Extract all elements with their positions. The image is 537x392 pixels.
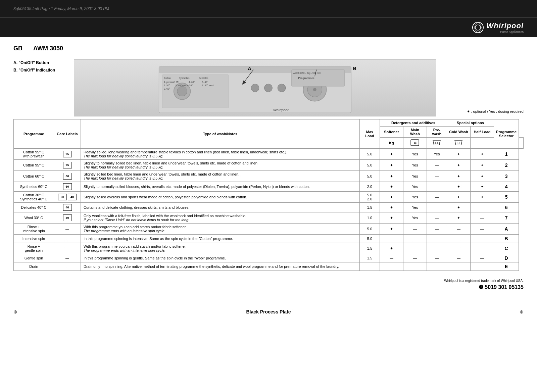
- programme-cell: Intensive spin: [14, 235, 54, 243]
- max-load-cell: 1.5: [359, 243, 380, 254]
- svg-text:1. prewash 95°: 1. prewash 95°: [164, 81, 179, 84]
- svg-text:AWM 3050 - 5kg - 500 rpm: AWM 3050 - 5kg - 500 rpm: [293, 72, 321, 75]
- prewash-cell: —: [427, 182, 447, 192]
- programme-cell: Cotton 95° C: [14, 160, 54, 171]
- softener-cell: ✦: [380, 224, 403, 235]
- svg-rect-4: [162, 75, 229, 108]
- half-load-cell: —: [470, 203, 494, 212]
- max-load-cell: 1.5: [359, 254, 380, 262]
- max-load-cell: 2.0: [359, 182, 380, 192]
- model-label: AWM 3050: [33, 45, 63, 52]
- th-max-load: Max Load: [359, 119, 380, 149]
- programme-selector-cell: 7: [494, 212, 519, 224]
- max-load-cell: 5.0: [359, 224, 380, 235]
- th-softener: Softener: [380, 127, 403, 138]
- table-row: Rinse +intensive spin—With this programm…: [14, 224, 524, 235]
- programme-selector-cell: 2: [494, 160, 519, 171]
- notes-cell: Slightly to normally soiled blouses, shi…: [81, 182, 360, 192]
- care-label-cell: —: [54, 235, 81, 243]
- region-label: GB: [13, 45, 22, 52]
- cold-wash-cell: —: [447, 243, 470, 254]
- cold-wash-cell: —: [447, 254, 470, 262]
- programme-cell: Delicates 40° C: [14, 203, 54, 212]
- care-label-cell: 40: [54, 203, 81, 212]
- half-load-cell: ✦: [470, 149, 494, 160]
- programme-selector-cell: 4: [494, 182, 519, 192]
- table-row: Rinse +gentle spin—With this programme y…: [14, 243, 524, 254]
- max-load-cell: 5.0: [359, 160, 380, 171]
- half-load-cell: —: [470, 235, 494, 243]
- prewash-cell: —: [427, 254, 447, 262]
- care-label-icon: 30: [63, 214, 72, 221]
- softener-cell: —: [380, 262, 403, 271]
- softener-cell: ✦: [380, 212, 403, 224]
- optional-note-container: ✦ : optional / Yes : dosing required: [450, 59, 524, 116]
- main-wash-cell: Yes: [403, 149, 427, 160]
- cold-wash-cell: —: [447, 235, 470, 243]
- th-softener-icon: ⊛: [403, 138, 427, 149]
- main-wash-cell: Yes: [403, 171, 427, 182]
- prewash-cell: —: [427, 235, 447, 243]
- programme-cell: Rinse +intensive spin: [14, 224, 54, 235]
- svg-point-11: [264, 84, 273, 92]
- care-label-cell: —: [54, 243, 81, 254]
- programme-cell: Cotton 30° CSynthetics 40° C: [14, 192, 54, 203]
- th-half-load-empty: [519, 138, 524, 149]
- th-cold-wash: Cold Wash: [447, 127, 470, 138]
- programme-selector-cell: E: [494, 262, 519, 271]
- whirlpool-logo: Whirlpool Home Appliances: [472, 21, 524, 34]
- note-italic: The max load for heavily soiled laundry …: [84, 154, 163, 158]
- th-type-notes: Type of wash/Notes: [81, 119, 360, 149]
- table-row: Intensive spin—In this programme spinnin…: [14, 235, 524, 243]
- image-section: A. "On/Off" Button B. "On/Off" Indicatio…: [13, 59, 524, 116]
- annotation-b: B: [353, 66, 356, 71]
- notes-cell: With this programme you can add starch a…: [81, 224, 360, 235]
- softener-cell: ✦: [380, 203, 403, 212]
- programme-selector-cell: A: [494, 224, 519, 235]
- wash-table: Programme Care Labels Type of wash/Notes…: [13, 119, 524, 271]
- file-reference: 3gb05135.fm5 Page 1 Friday, March 9, 200…: [13, 6, 109, 11]
- svg-point-1: [475, 25, 481, 30]
- care-label-cell: —: [54, 224, 81, 235]
- svg-text:Delicates: Delicates: [199, 77, 208, 79]
- prewash-cell: —: [427, 262, 447, 271]
- max-load-cell: 5.0: [359, 149, 380, 160]
- half-load-cell: —: [470, 224, 494, 235]
- part-number-value: 5019 301 05135: [485, 284, 524, 290]
- softener-cell: ✦: [380, 160, 403, 171]
- part-prefix: ❸: [479, 284, 483, 290]
- table-row: Drain—Drain only - no spinning. Alternat…: [14, 262, 524, 271]
- half-load-cell: ✦: [470, 160, 494, 171]
- machine-image: Cotton Synthetics Delicates 1. prewash 9…: [74, 59, 436, 116]
- care-label-cell: 60: [54, 182, 81, 192]
- cold-wash-cell: ✦: [447, 160, 470, 171]
- cold-wash-cell: ✦: [447, 212, 470, 224]
- svg-text:⊔: ⊔: [457, 142, 459, 145]
- softener-icon: ⊛: [410, 139, 420, 146]
- brand-name: Whirlpool: [487, 21, 524, 30]
- svg-text:⊛: ⊛: [413, 141, 417, 145]
- th-care-labels: Care Labels: [54, 119, 81, 149]
- svg-text:⊔⊔⊔: ⊔⊔⊔: [434, 142, 440, 145]
- th-main-wash: Main Wash: [403, 127, 427, 138]
- cold-wash-cell: ✦: [447, 203, 470, 212]
- notes-cell: In this programme spinning is gentle. Sa…: [81, 254, 360, 262]
- softener-cell: —: [380, 254, 403, 262]
- care-label-icon: 30: [58, 194, 67, 200]
- cold-wash-cell: —: [447, 262, 470, 271]
- half-load-cell: ✦: [470, 182, 494, 192]
- max-load-cell: 5.02.0: [359, 192, 380, 203]
- annotation-a: A: [248, 66, 251, 71]
- max-load-cell: 1.5: [359, 203, 380, 212]
- footer: Whirlpool is a registered trademark of W…: [13, 279, 524, 290]
- table-row: Delicates 40° C40Curtains and delicate c…: [14, 203, 524, 212]
- table-row: Cotton 95° Cwith prewash95Heavily soiled…: [14, 149, 524, 160]
- softener-cell: ✦: [380, 149, 403, 160]
- programme-cell: Cotton 95° Cwith prewash: [14, 149, 54, 160]
- care-label-icon: 95: [63, 151, 72, 157]
- programme-cell: Drain: [14, 262, 54, 271]
- programme-selector-cell: 6: [494, 203, 519, 212]
- programme-selector-cell: C: [494, 243, 519, 254]
- notes-cell: Slightly soiled bed linen, table linen a…: [81, 171, 360, 182]
- main-wash-cell: Yes: [403, 192, 427, 203]
